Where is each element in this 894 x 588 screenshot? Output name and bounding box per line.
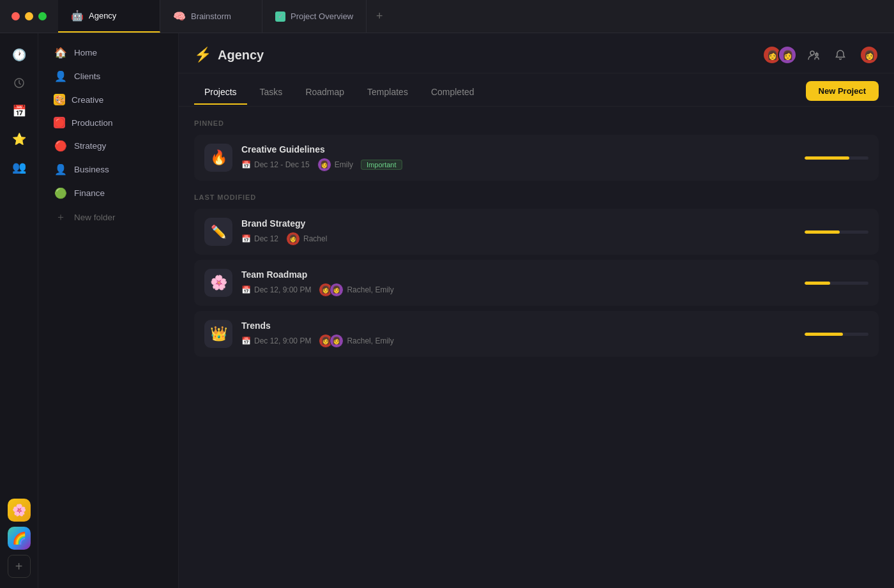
project-date-creative-guidelines: 📅 Dec 12 - Dec 15 xyxy=(241,160,310,169)
assignees-team-roadmap-text: Rachel, Emily xyxy=(347,285,393,294)
brainstorm-tab-label: Brainstorm xyxy=(191,11,231,21)
project-list: PINNED 🔥 Creative Guidelines 📅 Dec 12 - … xyxy=(179,107,894,588)
sidebar-item-strategy[interactable]: 🔴 Strategy xyxy=(43,135,173,157)
tab-tasks[interactable]: Tasks xyxy=(250,83,293,105)
nav-tabs: Projects Tasks Roadmap Templates Complet… xyxy=(179,73,894,107)
content-header: ⚡ Agency 👩 👩 xyxy=(179,33,894,73)
project-meta-trends: 📅 Dec 12, 9:00 PM 👩 👩 Rachel, Emily xyxy=(241,334,796,348)
sidebar-new-folder-label: New folder xyxy=(74,213,116,222)
project-meta-creative-guidelines: 📅 Dec 12 - Dec 15 👩 Emily Important xyxy=(241,158,796,172)
maximize-button[interactable] xyxy=(38,12,47,20)
project-card-trends[interactable]: 👑 Trends 📅 Dec 12, 9:00 PM 👩 👩 xyxy=(194,311,879,357)
brainstorm-tab-icon: 🧠 xyxy=(173,10,186,22)
project-date-brand-strategy: 📅 Dec 12 xyxy=(241,234,278,243)
project-icon-creative-guidelines: 🔥 xyxy=(204,144,232,172)
last-modified-label: LAST MODIFIED xyxy=(194,193,879,201)
sidebar-item-creative[interactable]: 🎨 Creative xyxy=(43,89,173,110)
progress-track-2 xyxy=(805,230,868,234)
strategy-icon: 🔴 xyxy=(54,140,68,152)
manage-members-icon[interactable] xyxy=(803,45,824,65)
tab-roadmap[interactable]: Roadmap xyxy=(295,83,354,105)
tab-overview[interactable]: ✓ Project Overview xyxy=(262,0,367,33)
project-name-team-roadmap: Team Roadmap xyxy=(241,269,796,280)
tab-bar: 🤖 Agency 🧠 Brainstorm ✓ Project Overview… xyxy=(58,0,894,33)
page-title: Agency xyxy=(218,48,264,63)
rail-calendar-icon[interactable]: 📅 xyxy=(8,100,31,123)
tab-projects[interactable]: Projects xyxy=(194,83,247,105)
sidebar-item-clients-label: Clients xyxy=(74,72,100,81)
sidebar-item-business[interactable]: 👤 Business xyxy=(43,158,173,181)
calendar-meta-icon-3: 📅 xyxy=(241,285,251,294)
add-tab-button[interactable]: + xyxy=(367,0,392,33)
progress-track-3 xyxy=(805,282,868,285)
agency-tab-label: Agency xyxy=(89,11,116,20)
assignee-rachel-avatar: 👩 xyxy=(286,232,300,246)
sidebar-new-folder[interactable]: ＋ New folder xyxy=(43,206,173,229)
progress-fill-2 xyxy=(805,230,840,234)
content-title-icon: ⚡ xyxy=(194,47,211,63)
project-info-trends: Trends 📅 Dec 12, 9:00 PM 👩 👩 Rachel, Emi… xyxy=(241,320,796,348)
project-card-brand-strategy[interactable]: ✏️ Brand Strategy 📅 Dec 12 👩 Rachel xyxy=(194,209,879,255)
notifications-icon[interactable] xyxy=(830,45,851,65)
new-project-button[interactable]: New Project xyxy=(806,81,879,101)
tab-completed[interactable]: Completed xyxy=(421,83,485,105)
calendar-meta-icon-2: 📅 xyxy=(241,234,251,243)
progress-creative-guidelines xyxy=(805,156,868,160)
project-icon-trends: 👑 xyxy=(204,320,232,348)
rail-clock-icon[interactable]: 🕐 xyxy=(8,43,31,66)
rail-app-flower-icon[interactable]: 🌸 xyxy=(8,499,31,522)
project-tag-important: Important xyxy=(361,160,402,170)
project-info-brand-strategy: Brand Strategy 📅 Dec 12 👩 Rachel xyxy=(241,218,796,246)
project-date-team-roadmap-text: Dec 12, 9:00 PM xyxy=(254,285,311,294)
tab-templates[interactable]: Templates xyxy=(357,83,418,105)
pinned-label: PINNED xyxy=(194,119,879,127)
project-date-team-roadmap: 📅 Dec 12, 9:00 PM xyxy=(241,285,311,294)
progress-fill-4 xyxy=(805,333,843,336)
overview-tab-icon: ✓ xyxy=(275,11,285,22)
progress-fill-3 xyxy=(805,282,830,285)
project-date-trends: 📅 Dec 12, 9:00 PM xyxy=(241,336,311,345)
progress-brand-strategy xyxy=(805,230,868,234)
sidebar-item-finance-label: Finance xyxy=(74,188,105,198)
avatar-current-user[interactable]: 👩 xyxy=(860,45,879,64)
sidebar-item-strategy-label: Strategy xyxy=(74,141,106,151)
rail-people-icon[interactable]: 👥 xyxy=(8,156,31,179)
tab-agency[interactable]: 🤖 Agency xyxy=(58,0,160,33)
assignee-emily-avatar: 👩 xyxy=(330,283,344,297)
progress-team-roadmap xyxy=(805,282,868,285)
calendar-meta-icon: 📅 xyxy=(241,160,251,169)
project-card-creative-guidelines[interactable]: 🔥 Creative Guidelines 📅 Dec 12 - Dec 15 … xyxy=(194,135,879,181)
project-name-trends: Trends xyxy=(241,320,796,331)
tab-brainstorm[interactable]: 🧠 Brainstorm xyxy=(160,0,262,33)
overview-tab-label: Project Overview xyxy=(291,11,353,21)
close-button[interactable] xyxy=(11,12,20,20)
avatar-user2[interactable]: 👩 xyxy=(778,45,797,64)
header-actions: 👩 👩 xyxy=(762,45,879,65)
sidebar-item-production[interactable]: 🔴 Production xyxy=(43,112,173,133)
progress-track xyxy=(805,156,868,160)
calendar-meta-icon-4: 📅 xyxy=(241,336,251,345)
avatar-group: 👩 👩 xyxy=(762,45,797,64)
rail-activity-icon[interactable] xyxy=(8,72,31,94)
rail-star-icon[interactable]: ⭐ xyxy=(8,128,31,151)
progress-fill xyxy=(805,156,849,160)
rail-add-button[interactable]: + xyxy=(8,555,31,578)
business-icon: 👤 xyxy=(54,163,68,176)
project-icon-team-roadmap: 🌸 xyxy=(204,269,232,297)
traffic-lights xyxy=(0,12,58,20)
production-icon: 🔴 xyxy=(54,117,65,128)
clients-icon: 👤 xyxy=(54,70,68,82)
minimize-button[interactable] xyxy=(25,12,33,20)
project-assignee-creative-guidelines: 👩 Emily xyxy=(317,158,353,172)
project-icon-brand-strategy: ✏️ xyxy=(204,218,232,246)
sidebar-item-clients[interactable]: 👤 Clients xyxy=(43,65,173,87)
sidebar-item-business-label: Business xyxy=(74,165,109,174)
sidebar-item-home[interactable]: 🏠 Home xyxy=(43,41,173,64)
project-info-creative-guidelines: Creative Guidelines 📅 Dec 12 - Dec 15 👩 … xyxy=(241,144,796,172)
project-card-team-roadmap[interactable]: 🌸 Team Roadmap 📅 Dec 12, 9:00 PM 👩 👩 xyxy=(194,260,879,306)
titlebar: 🤖 Agency 🧠 Brainstorm ✓ Project Overview… xyxy=(0,0,894,33)
finance-icon: 🟢 xyxy=(54,187,68,199)
sidebar-item-finance[interactable]: 🟢 Finance xyxy=(43,182,173,204)
svg-point-1 xyxy=(810,51,814,55)
rail-app-rainbow-icon[interactable]: 🌈 xyxy=(8,527,31,550)
